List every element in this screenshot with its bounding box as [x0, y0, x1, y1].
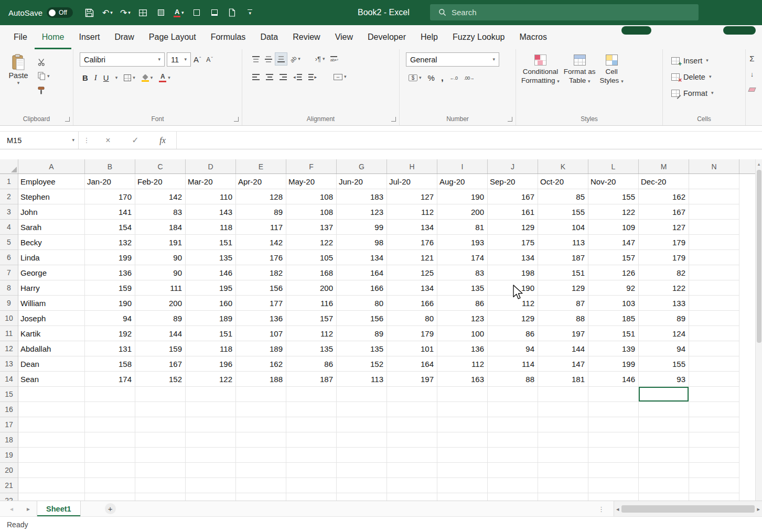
qat-shape-button[interactable]	[154, 5, 168, 20]
cell-C9[interactable]: 200	[135, 296, 186, 311]
cell-B6[interactable]: 199	[85, 250, 135, 265]
cell-K17[interactable]	[538, 417, 588, 432]
cut-button[interactable]	[38, 57, 46, 67]
cell-D12[interactable]: 118	[186, 341, 236, 356]
align-middle-button[interactable]	[262, 52, 275, 66]
cell-F2[interactable]: 108	[286, 189, 337, 204]
cell-F8[interactable]: 200	[286, 280, 337, 296]
font-name-combobox[interactable]: Calibri▾	[80, 52, 165, 67]
cell-J16[interactable]	[488, 402, 538, 417]
cell-B16[interactable]	[85, 402, 135, 417]
search-box[interactable]: Search	[430, 4, 699, 20]
cell-N7[interactable]	[689, 265, 739, 280]
cell-I22[interactable]	[437, 493, 488, 501]
cell-M13[interactable]: 155	[639, 356, 689, 372]
cell-H9[interactable]: 166	[387, 296, 437, 311]
cell-G7[interactable]: 164	[337, 265, 387, 280]
cell-B20[interactable]	[85, 463, 135, 478]
cell-E22[interactable]	[236, 493, 286, 501]
tab-page-layout[interactable]: Page Layout	[142, 25, 203, 49]
cell-H19[interactable]	[387, 448, 437, 463]
cell-B18[interactable]	[85, 432, 135, 448]
cell-M17[interactable]	[639, 417, 689, 432]
cell-E19[interactable]	[236, 448, 286, 463]
save-button[interactable]	[82, 5, 97, 20]
cell-I15[interactable]	[437, 387, 488, 402]
cell-I20[interactable]	[437, 463, 488, 478]
qat-border-button[interactable]	[189, 5, 204, 20]
row-header-21[interactable]: 21	[0, 478, 18, 493]
cell-F13[interactable]: 86	[286, 356, 337, 372]
underline-options-button[interactable]: ▾	[113, 71, 121, 84]
tab-draw[interactable]: Draw	[107, 25, 141, 49]
delete-cells-button[interactable]: × Delete▾	[671, 69, 742, 84]
share-button[interactable]	[723, 26, 756, 35]
cell-J6[interactable]: 134	[488, 250, 538, 265]
cell-F17[interactable]	[286, 417, 337, 432]
cell-K11[interactable]: 197	[538, 326, 588, 341]
cell-N2[interactable]	[689, 189, 739, 204]
row-header-19[interactable]: 19	[0, 448, 18, 463]
cell-G5[interactable]: 98	[337, 235, 387, 250]
cell-D1[interactable]: Mar-20	[186, 174, 236, 189]
cell-G4[interactable]: 99	[337, 220, 387, 235]
cell-L21[interactable]	[588, 478, 639, 493]
column-header-J[interactable]: J	[488, 159, 538, 173]
cell-L10[interactable]: 185	[588, 311, 639, 326]
cell-A5[interactable]: Becky	[18, 235, 85, 250]
row-header-12[interactable]: 12	[0, 341, 18, 356]
cell-D8[interactable]: 195	[186, 280, 236, 296]
cell-K3[interactable]: 155	[538, 204, 588, 220]
row-header-17[interactable]: 17	[0, 417, 18, 432]
cell-L6[interactable]: 157	[588, 250, 639, 265]
cell-E1[interactable]: Apr-20	[236, 174, 286, 189]
cell-C4[interactable]: 184	[135, 220, 186, 235]
cell-N16[interactable]	[689, 402, 739, 417]
cell-E16[interactable]	[236, 402, 286, 417]
cell-L16[interactable]	[588, 402, 639, 417]
cell-K4[interactable]: 104	[538, 220, 588, 235]
cell-A3[interactable]: John	[18, 204, 85, 220]
cell-I7[interactable]: 83	[437, 265, 488, 280]
cell-J1[interactable]: Sep-20	[488, 174, 538, 189]
alignment-dialog-launcher[interactable]	[391, 117, 396, 122]
cell-L1[interactable]: Nov-20	[588, 174, 639, 189]
cell-N18[interactable]	[689, 432, 739, 448]
cell-J21[interactable]	[488, 478, 538, 493]
align-bottom-button[interactable]	[275, 52, 287, 66]
cell-G2[interactable]: 183	[337, 189, 387, 204]
redo-button[interactable]: ↷▾	[118, 5, 133, 20]
cell-A8[interactable]: Harry	[18, 280, 85, 296]
horizontal-scrollbar[interactable]: ◂ ▸	[614, 501, 762, 517]
cell-C11[interactable]: 144	[135, 326, 186, 341]
orientation-button[interactable]: ab▾	[287, 52, 303, 66]
cell-L14[interactable]: 146	[588, 372, 639, 387]
cell-F15[interactable]	[286, 387, 337, 402]
cell-K22[interactable]	[538, 493, 588, 501]
cell-J11[interactable]: 86	[488, 326, 538, 341]
cell-D2[interactable]: 110	[186, 189, 236, 204]
cell-C15[interactable]	[135, 387, 186, 402]
cell-F12[interactable]: 135	[286, 341, 337, 356]
cell-B19[interactable]	[85, 448, 135, 463]
cell-L20[interactable]	[588, 463, 639, 478]
cell-E3[interactable]: 89	[236, 204, 286, 220]
cell-A6[interactable]: Linda	[18, 250, 85, 265]
cell-K12[interactable]: 144	[538, 341, 588, 356]
cell-F21[interactable]	[286, 478, 337, 493]
insert-function-button[interactable]: fx	[149, 132, 176, 149]
cell-A18[interactable]	[18, 432, 85, 448]
cell-I14[interactable]: 163	[437, 372, 488, 387]
cell-K5[interactable]: 113	[538, 235, 588, 250]
row-header-2[interactable]: 2	[0, 189, 18, 204]
row-header-14[interactable]: 14	[0, 372, 18, 387]
cell-A1[interactable]: Employee	[18, 174, 85, 189]
cell-N6[interactable]	[689, 250, 739, 265]
cell-K20[interactable]	[538, 463, 588, 478]
wrap-text-button[interactable]: ab↩	[328, 52, 341, 66]
qat-document-button[interactable]	[225, 5, 240, 20]
cell-I8[interactable]: 135	[437, 280, 488, 296]
cell-L3[interactable]: 122	[588, 204, 639, 220]
cell-I21[interactable]	[437, 478, 488, 493]
cell-E21[interactable]	[236, 478, 286, 493]
